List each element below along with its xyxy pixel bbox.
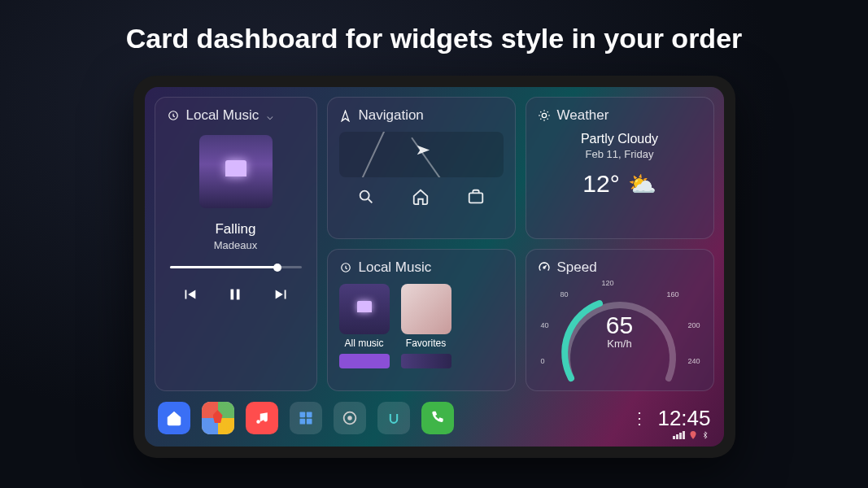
lm2-widget-title: Local Music — [359, 259, 432, 276]
speed-tick-160: 160 — [666, 290, 678, 298]
lm-strip-2 — [401, 354, 451, 368]
nav-widget-header[interactable]: Navigation — [339, 107, 504, 124]
dock-phone-button[interactable] — [421, 402, 454, 434]
navigation-widget: Navigation — [327, 97, 516, 239]
svg-point-13 — [348, 416, 351, 420]
music-widget-header[interactable]: Local Music ⌵ — [167, 107, 305, 124]
dock-app-button[interactable] — [377, 402, 410, 434]
tablet-screen: Local Music ⌵ Falling Madeaux — [145, 87, 724, 447]
progress-fill — [170, 266, 278, 268]
location-arrow-icon — [411, 140, 431, 160]
speed-tick-200: 200 — [687, 321, 700, 329]
weather-widget-header: Weather — [538, 107, 702, 124]
music-icon — [339, 261, 352, 274]
dock-home-button[interactable] — [158, 402, 190, 434]
track-title: Falling — [167, 221, 305, 237]
speed-unit: Km/h — [606, 338, 633, 350]
svg-rect-1 — [231, 290, 234, 300]
widget-grid: Local Music ⌵ Falling Madeaux — [155, 97, 714, 391]
dock-more-button[interactable]: ⋮ — [631, 413, 648, 423]
svg-rect-8 — [299, 412, 305, 418]
speed-widget: Speed 0 40 80 120 160 200 240 65 — [526, 249, 714, 391]
speed-widget-title: Speed — [557, 259, 597, 276]
nav-home-button[interactable] — [409, 185, 432, 208]
dock-apps-button[interactable] — [290, 402, 322, 434]
pause-button[interactable] — [224, 283, 246, 306]
next-button[interactable] — [270, 283, 293, 306]
speed-tick-40: 40 — [541, 321, 549, 329]
svg-rect-2 — [237, 290, 240, 300]
svg-rect-9 — [306, 412, 312, 418]
signal-icon — [673, 431, 685, 439]
lm-strip-1 — [339, 354, 390, 368]
partly-cloudy-icon: ⛅ — [628, 171, 656, 198]
dock-radio-button[interactable] — [334, 402, 366, 434]
weather-widget[interactable]: Weather Partly Cloudy Feb 11, Friday 12°… — [526, 97, 714, 239]
weather-temperature: 12° — [582, 170, 619, 198]
svg-point-5 — [542, 113, 546, 117]
lm-favorites-label: Favorites — [401, 338, 451, 349]
speedometer-icon — [538, 261, 551, 274]
sun-icon — [538, 109, 551, 122]
album-art[interactable] — [199, 135, 273, 208]
music-widget-title: Local Music — [186, 107, 260, 124]
dock-maps-button[interactable] — [202, 402, 234, 434]
weather-date: Feb 11, Friday — [538, 148, 702, 160]
speed-tick-0: 0 — [541, 357, 545, 365]
dock-music-button[interactable] — [246, 402, 278, 434]
lm-all-music-label: All music — [339, 338, 390, 349]
tablet-frame: Local Music ⌵ Falling Madeaux — [133, 76, 735, 458]
bluetooth-icon — [701, 430, 709, 440]
svg-point-3 — [360, 191, 369, 200]
speed-tick-80: 80 — [560, 290, 569, 298]
chevron-down-icon: ⌵ — [267, 110, 273, 122]
nav-widget-title: Navigation — [359, 107, 424, 124]
local-music-browser-widget: Local Music All music Favorites — [327, 249, 516, 391]
speed-value: 65 — [606, 313, 633, 338]
page-headline: Card dashboard for widgets style in your… — [0, 0, 868, 54]
lm-favorites-thumb — [401, 284, 451, 334]
svg-point-7 — [543, 267, 545, 268]
location-status-icon — [688, 430, 698, 440]
progress-thumb[interactable] — [273, 264, 281, 272]
nav-search-button[interactable] — [355, 185, 377, 208]
lm-all-music-thumb — [339, 284, 390, 334]
speed-tick-240: 240 — [687, 357, 700, 365]
speedometer: 0 40 80 120 160 200 240 65 Km/h — [538, 281, 702, 370]
track-artist: Madeaux — [167, 239, 305, 251]
playback-controls — [167, 283, 305, 306]
svg-rect-11 — [306, 419, 312, 425]
weather-widget-title: Weather — [557, 107, 609, 124]
svg-rect-4 — [469, 193, 483, 203]
weather-condition: Partly Cloudy — [538, 132, 702, 146]
progress-bar[interactable] — [170, 266, 302, 268]
music-note-icon — [167, 109, 180, 122]
speed-widget-header: Speed — [538, 259, 702, 276]
previous-button[interactable] — [178, 283, 201, 306]
lm-all-music[interactable]: All music — [339, 284, 390, 368]
lm2-widget-header[interactable]: Local Music — [339, 259, 504, 276]
speed-tick-120: 120 — [602, 279, 614, 287]
nav-map-preview[interactable] — [339, 132, 504, 177]
svg-rect-10 — [299, 419, 305, 425]
lm-favorites[interactable]: Favorites — [401, 284, 451, 368]
navigation-icon — [339, 109, 352, 122]
nav-work-button[interactable] — [465, 185, 487, 208]
music-widget: Local Music ⌵ Falling Madeaux — [155, 97, 317, 391]
